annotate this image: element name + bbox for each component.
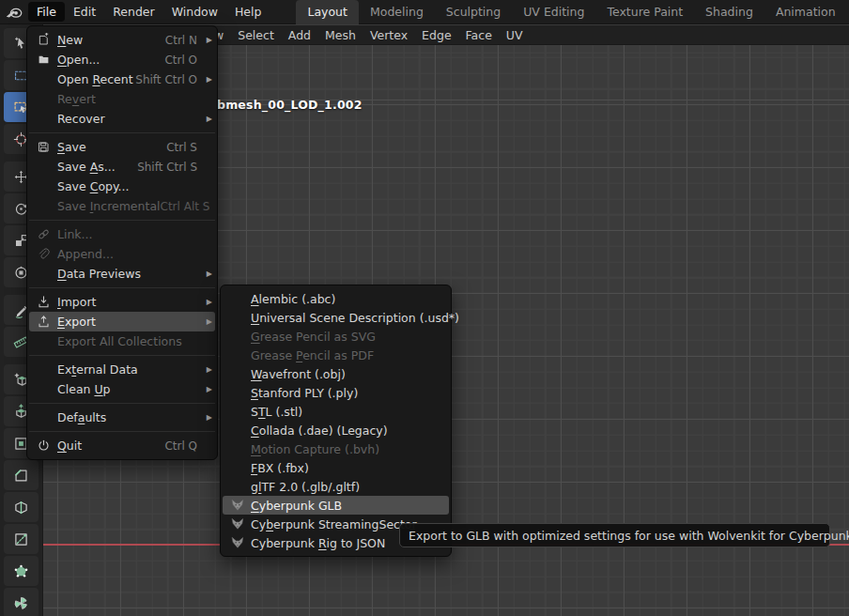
- folder-icon: [36, 53, 52, 67]
- viewport-menu-vertex[interactable]: Vertex: [370, 28, 408, 42]
- menu-item-label: Alembic (.abc): [251, 292, 436, 306]
- menu-item-label: Export: [57, 315, 202, 329]
- tab-shading[interactable]: Shading: [694, 0, 764, 24]
- spin-tool[interactable]: [4, 588, 39, 616]
- menu-item-universal-scene-description-usd[interactable]: Universal Scene Description (.usd*): [223, 308, 449, 327]
- submenu-arrow-icon: ▶: [202, 385, 212, 393]
- submenu-arrow-icon: ▶: [202, 365, 212, 374]
- menu-item-label: Quit: [57, 439, 164, 453]
- menu-item-label: Wavefront (.obj): [251, 367, 436, 381]
- menu-item-append[interactable]: Append...: [29, 244, 215, 264]
- export-submenu: Alembic (.abc)Universal Scene Descriptio…: [220, 285, 452, 557]
- tab-uv-editing[interactable]: UV Editing: [512, 0, 595, 24]
- loop-cut-tool[interactable]: [4, 492, 39, 522]
- menu-item-save-as[interactable]: Save As...Shift Ctrl S: [29, 157, 215, 177]
- menubar-help[interactable]: Help: [226, 2, 270, 22]
- menu-item-label: Export All Collections: [57, 334, 202, 348]
- tab-sculpting[interactable]: Sculpting: [435, 0, 512, 24]
- knife-icon: [13, 531, 29, 547]
- menu-separator: [29, 431, 215, 432]
- menu-separator: [29, 355, 215, 356]
- submenu-arrow-icon: ▶: [202, 75, 212, 84]
- menu-item-save[interactable]: SaveCtrl S: [29, 137, 215, 157]
- menu-item-label: Revert: [57, 92, 202, 106]
- menu-item-export[interactable]: Export▶: [29, 312, 215, 331]
- tab-layout[interactable]: Layout: [296, 0, 359, 24]
- menu-item-label: New: [57, 33, 165, 47]
- menu-item-label: Open Recent: [57, 72, 135, 86]
- menu-item-save-incremental[interactable]: Save IncrementalCtrl Alt S: [29, 196, 215, 216]
- menu-item-alembic-abc[interactable]: Alembic (.abc): [223, 289, 449, 308]
- menu-item-label: Defaults: [57, 410, 202, 424]
- menubar-render[interactable]: Render: [104, 2, 163, 22]
- menu-item-cyberpunk-glb[interactable]: Cyberpunk GLB: [223, 496, 449, 515]
- menu-item-grease-pencil-as-svg[interactable]: Grease Pencil as SVG: [223, 327, 449, 346]
- menu-item-import[interactable]: Import▶: [29, 292, 215, 312]
- viewport-menu-select[interactable]: Select: [238, 28, 274, 42]
- menu-item-label: Save: [57, 140, 166, 154]
- submenu-arrow-icon: ▶: [202, 115, 212, 123]
- menu-item-shortcut: Ctrl Q: [164, 439, 197, 453]
- menu-item-new[interactable]: NewCtrl N▶: [29, 30, 215, 50]
- menu-item-grease-pencil-as-pdf[interactable]: Grease Pencil as PDF: [223, 346, 449, 364]
- menu-separator: [29, 220, 215, 221]
- menu-item-motion-capture-bvh[interactable]: Motion Capture (.bvh): [223, 439, 449, 458]
- knife-tool[interactable]: [4, 524, 39, 554]
- tab-animation[interactable]: Animation: [764, 0, 847, 24]
- menu-item-link[interactable]: Link...: [29, 224, 215, 244]
- import-icon: [36, 295, 52, 309]
- wolvenkit-icon: [229, 516, 245, 531]
- viewport-menu-mesh[interactable]: Mesh: [325, 28, 356, 42]
- menu-separator: [29, 132, 215, 133]
- menu-item-quit[interactable]: QuitCtrl Q: [29, 436, 215, 455]
- menu-item-fbx-fbx[interactable]: FBX (.fbx): [223, 458, 449, 477]
- object-name-label: bmesh_00_LOD_1.002: [217, 98, 363, 112]
- menu-item-save-copy[interactable]: Save Copy...: [29, 177, 215, 196]
- menu-item-shortcut: Ctrl S: [166, 141, 197, 154]
- submenu-arrow-icon: ▶: [202, 298, 212, 306]
- tab-modeling[interactable]: Modeling: [359, 0, 435, 24]
- menu-item-external-data[interactable]: External Data▶: [29, 360, 215, 379]
- menu-separator: [29, 403, 215, 404]
- poly-build-tool[interactable]: [4, 556, 39, 586]
- spin-icon: [13, 595, 29, 611]
- menu-item-collada-dae-legacy[interactable]: Collada (.dae) (Legacy): [223, 421, 449, 439]
- menu-item-open-recent[interactable]: Open RecentShift Ctrl O▶: [29, 69, 215, 89]
- menubar-window[interactable]: Window: [163, 2, 226, 22]
- floppy-icon: [36, 140, 52, 154]
- menu-item-label: Save Copy...: [57, 179, 202, 193]
- menu-item-shortcut: Shift Ctrl O: [135, 73, 197, 86]
- menu-item-label: Append...: [57, 247, 202, 261]
- menu-item-gltf-2-0-glb-gltf[interactable]: glTF 2.0 (.glb/.gltf): [223, 477, 449, 496]
- viewport-menu-uv[interactable]: UV: [506, 28, 523, 42]
- viewport-header-menus: wSelectAddMeshVertexEdgeFaceUV: [214, 25, 523, 45]
- tab-texture-paint[interactable]: Texture Paint: [595, 0, 694, 24]
- viewport-menu-face[interactable]: Face: [466, 28, 492, 42]
- menu-item-open[interactable]: Open...Ctrl O: [29, 50, 215, 69]
- menu-item-recover[interactable]: Recover▶: [29, 109, 215, 129]
- menu-item-wavefront-obj[interactable]: Wavefront (.obj): [223, 364, 449, 383]
- bevel-tool[interactable]: [4, 460, 39, 490]
- viewport-menu-edge[interactable]: Edge: [422, 28, 451, 42]
- menu-item-defaults[interactable]: Defaults▶: [29, 408, 215, 427]
- menu-item-label: FBX (.fbx): [251, 461, 436, 475]
- menu-item-stl-stl[interactable]: STL (.stl): [223, 402, 449, 421]
- bevel-icon: [13, 468, 29, 484]
- menu-item-label: Universal Scene Description (.usd*): [251, 311, 459, 325]
- chain-icon: [36, 227, 52, 241]
- menu-item-stanford-ply-ply[interactable]: Stanford PLY (.ply): [223, 383, 449, 402]
- blender-logo-icon[interactable]: [0, 5, 28, 20]
- topbar: FileEditRenderWindowHelp LayoutModelingS…: [0, 0, 849, 24]
- menu-item-clean-up[interactable]: Clean Up▶: [29, 379, 215, 399]
- export-icon: [36, 315, 52, 329]
- menubar-edit[interactable]: Edit: [65, 2, 104, 22]
- menu-item-revert[interactable]: Revert: [29, 89, 215, 109]
- submenu-arrow-icon: ▶: [202, 413, 212, 422]
- viewport-menu-add[interactable]: Add: [288, 28, 311, 42]
- wolvenkit-icon: [229, 535, 245, 550]
- menu-item-data-previews[interactable]: Data Previews▶: [29, 264, 215, 284]
- menubar-file[interactable]: File: [28, 2, 65, 22]
- menu-item-label: Recover: [57, 112, 202, 126]
- menu-item-label: Grease Pencil as SVG: [251, 330, 436, 344]
- menu-item-export-all-collections[interactable]: Export All Collections: [29, 331, 215, 351]
